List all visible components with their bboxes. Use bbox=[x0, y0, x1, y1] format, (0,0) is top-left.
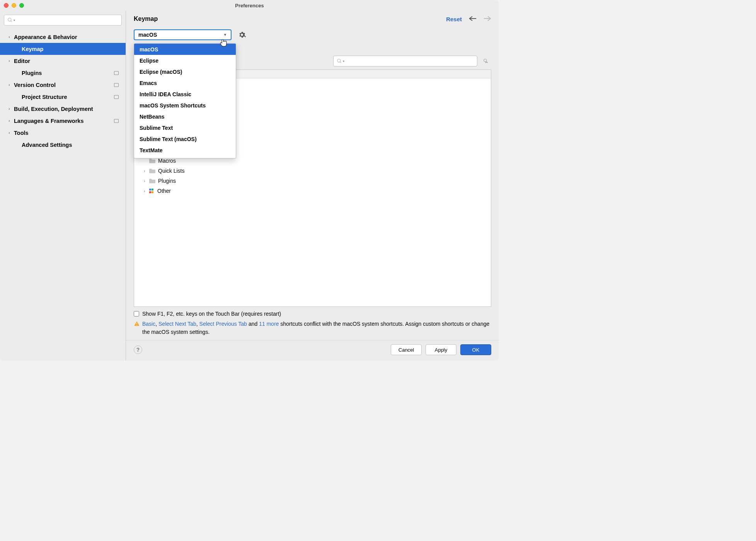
project-badge-icon bbox=[114, 119, 119, 123]
svg-point-8 bbox=[485, 62, 487, 63]
keymap-dropdown-value: macOS bbox=[138, 32, 157, 38]
page-title: Keymap bbox=[134, 15, 158, 22]
dropdown-item-visual-studio[interactable]: Visual Studio bbox=[134, 156, 236, 158]
touchbar-label: Show F1, F2, etc. keys on the Touch Bar … bbox=[142, 311, 281, 317]
dropdown-item-eclipse[interactable]: Eclipse bbox=[134, 55, 236, 66]
tree-item-other[interactable]: ›Other bbox=[134, 186, 491, 196]
find-shortcut-icon bbox=[483, 58, 489, 64]
conflict-link-prev-tab[interactable]: Select Previous Tab bbox=[199, 321, 247, 327]
ok-button[interactable]: OK bbox=[460, 344, 491, 355]
sidebar-item-appearance-behavior[interactable]: ›Appearance & Behavior bbox=[0, 31, 126, 43]
dropdown-item-emacs[interactable]: Emacs bbox=[134, 77, 236, 88]
svg-line-4 bbox=[340, 62, 341, 63]
touchbar-option-row: Show F1, F2, etc. keys on the Touch Bar … bbox=[126, 309, 499, 318]
chevron-right-icon: › bbox=[142, 179, 147, 183]
keymap-dropdown-list[interactable]: macOSEclipseEclipse (macOS)EmacsIntelliJ… bbox=[134, 43, 236, 158]
keymap-dropdown[interactable]: macOS ▼ bbox=[134, 29, 232, 40]
svg-point-5 bbox=[484, 59, 487, 62]
sidebar-tree: ›Appearance & Behavior›Keymap›Editor›Plu… bbox=[0, 29, 126, 361]
dropdown-item-netbeans[interactable]: NetBeans bbox=[134, 111, 236, 122]
sidebar-item-plugins[interactable]: ›Plugins bbox=[0, 67, 126, 79]
svg-rect-10 bbox=[136, 325, 137, 325]
chevron-right-icon: › bbox=[6, 107, 12, 111]
svg-line-1 bbox=[11, 21, 12, 22]
apply-button[interactable]: Apply bbox=[426, 344, 456, 355]
chevron-right-icon: › bbox=[6, 131, 12, 135]
folder-icon bbox=[149, 168, 156, 174]
chevron-down-icon: ▼ bbox=[223, 33, 227, 37]
nav-back-button[interactable] bbox=[469, 16, 477, 22]
svg-rect-9 bbox=[136, 323, 137, 324]
project-badge-icon bbox=[114, 71, 119, 75]
folder-icon bbox=[149, 179, 156, 184]
search-icon bbox=[337, 58, 342, 64]
settings-sidebar: ▾ ›Appearance & Behavior›Keymap›Editor›P… bbox=[0, 11, 126, 361]
conflict-link-next-tab[interactable]: Select Next Tab bbox=[158, 321, 196, 327]
dropdown-item-textmate[interactable]: TextMate bbox=[134, 145, 236, 156]
titlebar: Preferences bbox=[0, 0, 499, 11]
chevron-right-icon: › bbox=[142, 189, 147, 193]
chevron-right-icon: › bbox=[6, 119, 12, 123]
reset-link[interactable]: Reset bbox=[446, 16, 462, 22]
sidebar-item-editor[interactable]: ›Editor bbox=[0, 55, 126, 67]
svg-point-3 bbox=[337, 59, 341, 62]
dropdown-item-sublime-text[interactable]: Sublime Text bbox=[134, 122, 236, 133]
action-search-input[interactable]: ▾ bbox=[333, 56, 477, 66]
preferences-window: Preferences ▾ ›Appearance & Behavior›Key… bbox=[0, 0, 499, 361]
project-badge-icon bbox=[114, 95, 119, 99]
search-icon bbox=[7, 17, 13, 23]
nav-forward-button bbox=[484, 16, 491, 22]
dropdown-item-macos[interactable]: macOS bbox=[134, 44, 236, 55]
svg-point-7 bbox=[487, 62, 488, 63]
sidebar-search-input[interactable]: ▾ bbox=[4, 15, 122, 26]
category-icon bbox=[149, 188, 155, 194]
help-button[interactable]: ? bbox=[134, 345, 142, 354]
svg-point-0 bbox=[8, 18, 11, 21]
page-header: Keymap Reset bbox=[126, 11, 499, 26]
sidebar-item-project-structure[interactable]: ›Project Structure bbox=[0, 91, 126, 103]
touchbar-checkbox[interactable] bbox=[134, 311, 139, 316]
keymap-selector-row: macOS ▼ macOSEclipseEclipse (macOS)Emacs… bbox=[126, 26, 499, 41]
cancel-button[interactable]: Cancel bbox=[391, 344, 422, 355]
window-title: Preferences bbox=[0, 3, 499, 9]
settings-main: Keymap Reset macOS ▼ m bbox=[126, 11, 499, 361]
chevron-right-icon: › bbox=[6, 83, 12, 87]
project-badge-icon bbox=[114, 83, 119, 87]
tree-item-quick-lists[interactable]: ›Quick Lists bbox=[134, 166, 491, 176]
conflict-link-basic[interactable]: Basic bbox=[142, 321, 155, 327]
sidebar-item-tools[interactable]: ›Tools bbox=[0, 127, 126, 139]
warning-icon bbox=[134, 321, 140, 327]
folder-icon bbox=[149, 158, 156, 163]
dialog-footer: ? Cancel Apply OK bbox=[126, 340, 499, 361]
chevron-right-icon: › bbox=[6, 35, 12, 39]
dropdown-item-eclipse-macos-[interactable]: Eclipse (macOS) bbox=[134, 66, 236, 77]
dropdown-item-sublime-text-macos-[interactable]: Sublime Text (macOS) bbox=[134, 133, 236, 145]
find-by-shortcut-button[interactable] bbox=[480, 56, 491, 66]
sidebar-item-languages-frameworks[interactable]: ›Languages & Frameworks bbox=[0, 115, 126, 127]
dropdown-item-macos-system-shortcuts[interactable]: macOS System Shortcuts bbox=[134, 100, 236, 111]
svg-point-2 bbox=[241, 34, 243, 36]
chevron-right-icon: › bbox=[142, 169, 147, 173]
sidebar-item-advanced-settings[interactable]: ›Advanced Settings bbox=[0, 139, 126, 151]
conflict-link-more[interactable]: 11 more bbox=[259, 321, 279, 327]
shortcut-conflict-warning: Basic, Select Next Tab, Select Previous … bbox=[126, 318, 499, 340]
chevron-right-icon: › bbox=[6, 59, 12, 63]
sidebar-item-keymap[interactable]: ›Keymap bbox=[0, 43, 126, 55]
tree-item-plugins[interactable]: ›Plugins bbox=[134, 176, 491, 186]
sidebar-item-build-execution-deployment[interactable]: ›Build, Execution, Deployment bbox=[0, 103, 126, 115]
sidebar-item-version-control[interactable]: ›Version Control bbox=[0, 79, 126, 91]
keymap-settings-button[interactable]: ▾ bbox=[237, 29, 248, 40]
dropdown-item-intellij-idea-classic[interactable]: IntelliJ IDEA Classic bbox=[134, 88, 236, 100]
